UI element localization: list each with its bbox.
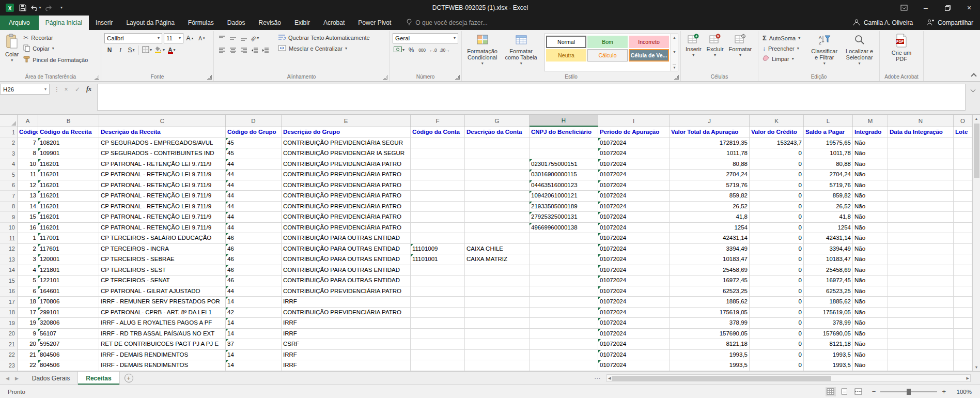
cell-O10[interactable] — [954, 223, 972, 234]
cell-L14[interactable]: 25458,69 — [804, 265, 853, 276]
cell-style-1[interactable]: Normal — [546, 36, 586, 48]
clipboard-dialog-launcher[interactable] — [95, 75, 99, 80]
cell-H5[interactable]: 03016900000115 — [530, 170, 598, 180]
cell-I6[interactable]: 01072024 — [598, 180, 670, 191]
cell-D1[interactable]: Código do Grupo — [226, 127, 282, 138]
cell-A7[interactable]: 13 — [18, 191, 38, 202]
decrease-indent-button[interactable] — [250, 45, 260, 55]
scroll-left-icon[interactable]: ◀ — [608, 376, 611, 380]
comma-style-button[interactable]: 000 — [417, 45, 427, 55]
cell-N9[interactable] — [888, 212, 954, 223]
cell-C7[interactable]: CP PATRONAL - RETENÇÃO LEI 9.711/9 — [99, 191, 226, 202]
cell-K20[interactable]: 0 — [750, 329, 804, 340]
cell-M22[interactable]: Não — [853, 350, 888, 361]
cell-L8[interactable]: 26,52 — [804, 202, 853, 212]
column-header-L[interactable]: L — [804, 115, 853, 127]
tab-inserir[interactable]: Inserir — [89, 16, 119, 30]
column-header-E[interactable]: E — [282, 115, 411, 127]
cell-F3[interactable] — [411, 148, 465, 159]
cell-B21[interactable]: 595207 — [38, 339, 99, 350]
cell-E19[interactable]: IRRF — [282, 318, 411, 329]
account-name[interactable]: Camila A. Oliveira — [846, 16, 920, 30]
cell-K22[interactable]: 0 — [750, 350, 804, 361]
row-header-6[interactable]: 6 — [0, 180, 18, 191]
cell-B11[interactable]: 117001 — [38, 233, 99, 244]
column-header-N[interactable]: N — [888, 115, 954, 127]
cell-B20[interactable]: 56107 — [38, 329, 99, 340]
cell-I8[interactable]: 01072024 — [598, 202, 670, 212]
cell-K8[interactable]: 0 — [750, 202, 804, 212]
cell-H7[interactable]: 10942061000121 — [530, 191, 598, 202]
row-header-20[interactable]: 20 — [0, 329, 18, 340]
customize-qat-button[interactable]: ▾ — [56, 2, 67, 14]
cell-N1[interactable]: Data da Integração — [888, 127, 954, 138]
redo-button[interactable] — [43, 2, 54, 14]
cell-G23[interactable] — [465, 360, 530, 371]
cell-L5[interactable]: 2704,24 — [804, 170, 853, 180]
accounting-format-button[interactable]: ▾ — [393, 45, 406, 55]
column-header-C[interactable]: C — [99, 115, 226, 127]
cell-F4[interactable] — [411, 159, 465, 170]
cell-A19[interactable]: 19 — [18, 318, 38, 329]
cell-D21[interactable]: 37 — [226, 339, 282, 350]
cell-O16[interactable] — [954, 286, 972, 297]
cell-O15[interactable] — [954, 275, 972, 286]
cell-E22[interactable]: IRRF — [282, 350, 411, 361]
cell-E15[interactable]: CONTRIBUIÇÃO PARA OUTRAS ENTIDAD — [282, 275, 411, 286]
cell-H9[interactable]: 27925325000131 — [530, 212, 598, 223]
cell-L3[interactable]: 1011,78 — [804, 148, 853, 159]
cell-B7[interactable]: 116201 — [38, 191, 99, 202]
cell-G14[interactable] — [465, 265, 530, 276]
cell-B4[interactable]: 116201 — [38, 159, 99, 170]
cell-A3[interactable]: 8 — [18, 148, 38, 159]
create-pdf-button[interactable]: PDF Crie um PDF — [883, 32, 920, 73]
new-sheet-button[interactable]: + — [125, 374, 133, 382]
cell-C15[interactable]: CP TERCEIROS - SENAT — [99, 275, 226, 286]
number-format-combo[interactable]: Geral▾ — [393, 33, 458, 43]
cell-H19[interactable] — [530, 318, 598, 329]
cell-E1[interactable]: Descrição do Grupo — [282, 127, 411, 138]
paste-button[interactable]: Colar▾ — [3, 32, 21, 73]
cell-E16[interactable]: CONTRIBUIÇÃO PREVIDENCIÁRIA PATRO — [282, 286, 411, 297]
sort-filter-button[interactable]: AZ Classificar e Filtrar▾ — [807, 32, 842, 73]
cell-F21[interactable] — [411, 339, 465, 350]
cancel-entry-icon[interactable]: × — [61, 84, 71, 95]
cell-A22[interactable]: 21 — [18, 350, 38, 361]
cell-E12[interactable]: CONTRIBUIÇÃO PARA OUTRAS ENTIDAD — [282, 244, 411, 255]
cell-style-5[interactable]: Cálculo — [587, 49, 628, 62]
row-header-9[interactable]: 9 — [0, 212, 18, 223]
cell-G6[interactable] — [465, 180, 530, 191]
cell-D9[interactable]: 44 — [226, 212, 282, 223]
cell-J13[interactable]: 10183,47 — [670, 254, 750, 265]
cell-C23[interactable]: IRRF - DEMAIS RENDIMENTOS — [99, 360, 226, 371]
cell-I17[interactable]: 01072024 — [598, 297, 670, 308]
column-header-I[interactable]: I — [598, 115, 670, 127]
font-size-combo[interactable]: 11▾ — [164, 33, 183, 43]
sheet-tab-receitas[interactable]: Receitas — [78, 372, 119, 385]
cell-F15[interactable] — [411, 275, 465, 286]
tab-exibir[interactable]: Exibir — [288, 16, 317, 30]
cell-F7[interactable] — [411, 191, 465, 202]
underline-button[interactable]: S▾ — [126, 45, 136, 55]
cell-J23[interactable]: 1993,5 — [670, 360, 750, 371]
cell-H1[interactable]: CNPJ do Beneficiário — [530, 127, 598, 138]
cell-H17[interactable] — [530, 297, 598, 308]
cell-O13[interactable] — [954, 254, 972, 265]
cell-M13[interactable]: Não — [853, 254, 888, 265]
share-button[interactable]: Compartilhar — [920, 16, 980, 30]
row-header-14[interactable]: 14 — [0, 265, 18, 276]
cell-I3[interactable]: 01072024 — [598, 148, 670, 159]
cell-H16[interactable] — [530, 286, 598, 297]
cell-L7[interactable]: 859,82 — [804, 191, 853, 202]
cell-K4[interactable]: 0 — [750, 159, 804, 170]
cell-O19[interactable] — [954, 318, 972, 329]
cell-C19[interactable]: IRRF - ALUG E ROYALTIES PAGOS A PF — [99, 318, 226, 329]
cell-B16[interactable]: 164601 — [38, 286, 99, 297]
cell-E21[interactable]: CSRF — [282, 339, 411, 350]
column-header-J[interactable]: J — [670, 115, 750, 127]
cell-B3[interactable]: 109901 — [38, 148, 99, 159]
cell-A15[interactable]: 5 — [18, 275, 38, 286]
cell-F1[interactable]: Código da Conta — [411, 127, 465, 138]
cell-E2[interactable]: CONTRIBUIÇÃO PREVIDENCIÁRIA SEGUR — [282, 138, 411, 149]
cell-B1[interactable]: Código da Receita — [38, 127, 99, 138]
